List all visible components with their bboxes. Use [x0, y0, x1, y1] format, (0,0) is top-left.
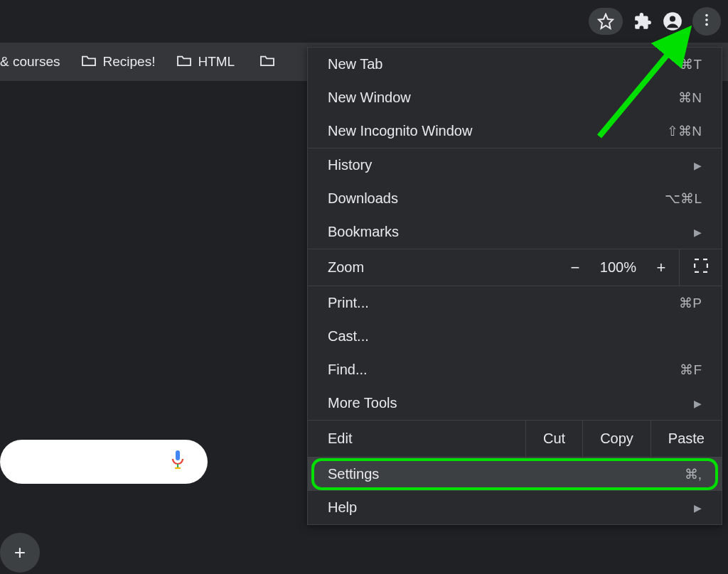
- menu-item-more-tools[interactable]: More Tools ▶: [308, 386, 722, 420]
- menu-label: More Tools: [328, 395, 694, 411]
- menu-shortcut: ⌘,: [685, 466, 702, 482]
- svg-point-2: [670, 16, 675, 21]
- folder-icon: [81, 54, 97, 70]
- zoom-out-button[interactable]: −: [557, 259, 593, 277]
- menu-item-new-window[interactable]: New Window ⌘N: [308, 81, 722, 114]
- menu-item-zoom: Zoom − 100% +: [308, 249, 722, 286]
- menu-shortcut: ⌘F: [680, 362, 702, 378]
- zoom-label: Zoom: [308, 249, 557, 286]
- chevron-right-icon: ▶: [694, 398, 702, 409]
- microphone-icon[interactable]: [169, 449, 186, 475]
- menu-item-downloads[interactable]: Downloads ⌥⌘L: [308, 182, 722, 215]
- svg-point-5: [705, 23, 708, 26]
- menu-item-new-incognito[interactable]: New Incognito Window ⇧⌘N: [308, 114, 722, 148]
- bookmark-label: & courses: [0, 54, 60, 70]
- chevron-right-icon: ▶: [694, 502, 702, 514]
- menu-label: New Incognito Window: [328, 123, 667, 139]
- search-box[interactable]: [0, 440, 208, 484]
- bookmark-label: HTML: [198, 54, 235, 70]
- menu-item-help[interactable]: Help ▶: [308, 491, 722, 524]
- bookmark-item[interactable]: HTML: [176, 54, 235, 70]
- menu-item-print[interactable]: Print... ⌘P: [308, 286, 722, 320]
- menu-label: Print...: [328, 295, 679, 311]
- svg-marker-0: [599, 14, 613, 28]
- svg-rect-9: [695, 259, 707, 272]
- plus-icon: +: [14, 541, 26, 564]
- menu-label: Help: [328, 499, 694, 516]
- menu-label: Downloads: [328, 190, 665, 207]
- edit-paste-button[interactable]: Paste: [651, 421, 722, 457]
- svg-point-3: [705, 14, 708, 17]
- menu-label: Find...: [328, 362, 680, 378]
- menu-item-cast[interactable]: Cast...: [308, 320, 722, 353]
- more-menu-button[interactable]: [692, 7, 721, 36]
- profile-icon[interactable]: [663, 11, 682, 31]
- browser-toolbar: [0, 0, 728, 43]
- bookmark-label: Recipes!: [102, 54, 155, 70]
- fullscreen-icon: [694, 259, 708, 276]
- edit-cut-button[interactable]: Cut: [525, 421, 582, 457]
- extensions-icon[interactable]: [633, 11, 653, 31]
- vertical-dots-icon: [699, 12, 714, 31]
- menu-item-find[interactable]: Find... ⌘F: [308, 353, 722, 386]
- menu-label: Settings: [328, 466, 685, 482]
- chrome-main-menu: New Tab ⌘T New Window ⌘N New Incognito W…: [307, 47, 722, 525]
- menu-label: New Window: [328, 90, 678, 106]
- svg-rect-6: [176, 450, 180, 460]
- menu-item-history[interactable]: History ▶: [308, 148, 722, 182]
- menu-label: Cast...: [328, 328, 702, 345]
- menu-label: History: [328, 157, 694, 173]
- edit-label: Edit: [308, 421, 525, 457]
- menu-item-bookmarks[interactable]: Bookmarks ▶: [308, 215, 722, 249]
- menu-shortcut: ⇧⌘N: [667, 123, 702, 139]
- menu-shortcut: ⌥⌘L: [665, 190, 702, 207]
- menu-shortcut: ⌘T: [680, 56, 702, 72]
- menu-item-settings[interactable]: Settings ⌘,: [308, 457, 722, 491]
- menu-item-edit: Edit Cut Copy Paste: [308, 420, 722, 457]
- bookmark-item[interactable]: & courses: [0, 54, 60, 70]
- svg-point-4: [705, 18, 708, 21]
- fullscreen-button[interactable]: [679, 249, 722, 286]
- edit-copy-button[interactable]: Copy: [582, 421, 651, 457]
- bookmark-overflow[interactable]: [259, 54, 275, 70]
- zoom-in-button[interactable]: +: [643, 259, 679, 277]
- folder-icon: [176, 54, 192, 70]
- chevron-right-icon: ▶: [694, 227, 702, 238]
- folder-icon: [259, 54, 275, 70]
- add-shortcut-button[interactable]: +: [0, 533, 40, 573]
- star-icon: [596, 11, 616, 31]
- bookmark-star-button[interactable]: [589, 8, 623, 35]
- menu-shortcut: ⌘N: [678, 90, 702, 106]
- menu-item-new-tab[interactable]: New Tab ⌘T: [308, 48, 722, 81]
- menu-label: New Tab: [328, 56, 680, 72]
- bookmark-item[interactable]: Recipes!: [81, 54, 155, 70]
- zoom-value: 100%: [593, 259, 643, 276]
- menu-shortcut: ⌘P: [679, 295, 702, 311]
- menu-label: Bookmarks: [328, 224, 694, 240]
- chevron-right-icon: ▶: [694, 160, 702, 171]
